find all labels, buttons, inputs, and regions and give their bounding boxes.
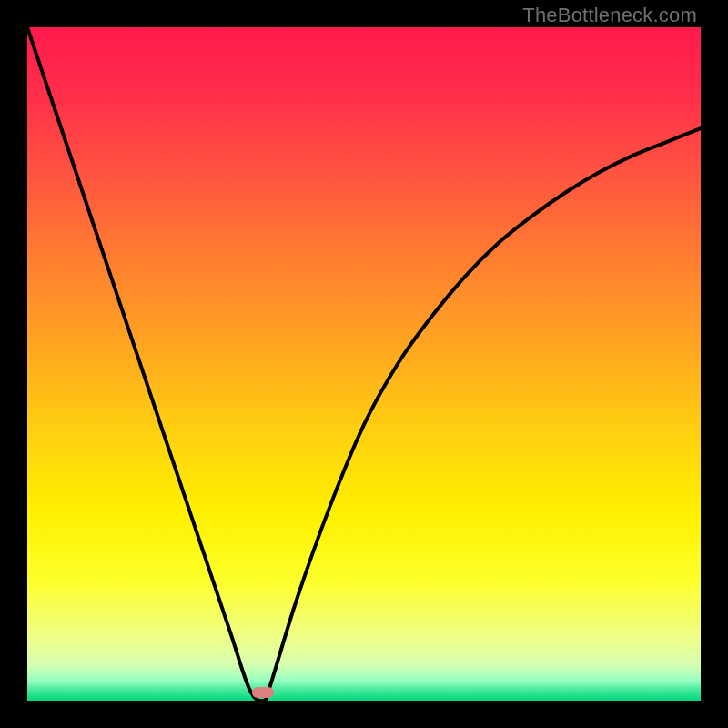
watermark-text: TheBottleneck.com	[522, 4, 697, 27]
optimal-marker	[252, 687, 274, 698]
plot-area	[27, 27, 701, 701]
background-gradient	[27, 27, 701, 701]
chart-frame: TheBottleneck.com	[0, 0, 728, 728]
svg-rect-0	[27, 27, 701, 701]
